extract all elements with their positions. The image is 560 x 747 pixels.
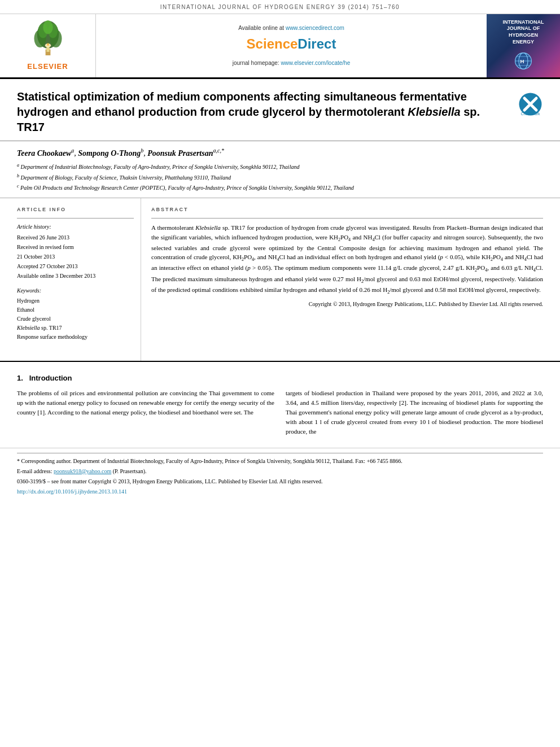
svg-point-6: [43, 20, 53, 34]
doi-link[interactable]: http://dx.doi.org/10.1016/j.ijhydene.201…: [17, 488, 127, 495]
footer-divider: [17, 453, 543, 453]
two-column-section: ARTICLE INFO Article history: Received 2…: [0, 198, 560, 362]
author-1: Teera Chookaew: [17, 149, 71, 158]
intro-left-col: The problems of oil prices and environme…: [17, 388, 274, 436]
sciencedirect-center: Available online at www.sciencedirect.co…: [96, 14, 487, 77]
article-title-section: Statistical optimization of medium compo…: [0, 79, 560, 141]
affiliation-a: a Department of Industrial Biotechnology…: [17, 162, 543, 171]
hydrogen-cover-title: International Journal ofHYDROGENENERGY: [491, 19, 555, 46]
introduction-section: 1. Introduction The problems of oil pric…: [0, 362, 560, 436]
affiliation-b: b Department of Biology, Faculty of Scie…: [17, 173, 543, 182]
article-info-label: ARTICLE INFO: [17, 206, 134, 213]
species-italic: Klebsiella: [408, 106, 460, 118]
elsevier-logo-icon: [28, 20, 68, 59]
history-accepted: Accepted 27 October 2013: [17, 263, 134, 270]
keywords-label: Keywords:: [17, 287, 134, 295]
authors-line: Teera Chookaewa, Sompong O-Thongb, Poons…: [17, 147, 543, 159]
journal-homepage: journal homepage: www.elsevier.com/locat…: [233, 59, 350, 67]
abstract-label: ABSTRACT: [151, 206, 543, 213]
hydrogen-globe-icon: H: [512, 50, 535, 72]
abstract-column: ABSTRACT A thermotolerant Klebsiella sp.…: [141, 198, 543, 361]
sciencedirect-sci: Science: [247, 36, 298, 51]
intro-right-col: targets of biodiesel production in Thail…: [286, 388, 543, 436]
history-online: Available online 3 December 2013: [17, 272, 134, 280]
doi-note: http://dx.doi.org/10.1016/j.ijhydene.201…: [17, 487, 543, 496]
authors-section: Teera Chookaewa, Sompong O-Thongb, Poons…: [0, 141, 560, 198]
hydrogen-cover: International Journal ofHYDROGENENERGY H: [487, 14, 560, 77]
article-info-column: ARTICLE INFO Article history: Received 2…: [17, 198, 141, 361]
section-title: 1. Introduction: [17, 373, 543, 383]
history-revised-date: 21 October 2013: [17, 253, 134, 261]
abstract-text: A thermotolerant Klebsiella sp. TR17 for…: [151, 223, 543, 296]
history-label: Article history:: [17, 223, 134, 231]
keyword-1: Hydrogen: [17, 297, 134, 305]
crossmark-badge[interactable]: CrossMark: [518, 91, 543, 117]
affiliations: a Department of Industrial Biotechnology…: [17, 162, 543, 192]
available-online: Available online at www.sciencedirect.co…: [238, 24, 344, 32]
keyword-2: Ethanol: [17, 306, 134, 314]
keyword-5: Response surface methodology: [17, 333, 134, 341]
footer-section: * Corresponding author. Department of In…: [0, 448, 560, 502]
journal-header-bar: INTERNATIONAL JOURNAL OF HYDROGEN ENERGY…: [0, 0, 560, 14]
journal-header-text: INTERNATIONAL JOURNAL OF HYDROGEN ENERGY…: [160, 4, 400, 10]
sciencedirect-dir: Direct: [298, 36, 336, 51]
svg-text:CrossMark: CrossMark: [521, 112, 540, 116]
history-received: Received 26 June 2013: [17, 234, 134, 242]
abstract-divider: [151, 218, 543, 219]
available-url-link[interactable]: www.sciencedirect.com: [286, 25, 344, 31]
email-note: E-mail address: poonsuk918@yahoo.com (P.…: [17, 467, 543, 475]
page-wrapper: INTERNATIONAL JOURNAL OF HYDROGEN ENERGY…: [0, 0, 560, 502]
svg-text:H: H: [520, 58, 524, 64]
svg-rect-7: [46, 47, 49, 52]
journal-homepage-link[interactable]: www.elsevier.com/locate/he: [281, 60, 350, 66]
author-3: Poonsuk Prasertsan: [147, 149, 213, 158]
article-main-title: Statistical optimization of medium compo…: [17, 89, 518, 135]
elsevier-wordmark: ELSEVIER: [27, 62, 68, 72]
corresponding-author-note: * Corresponding author. Department of In…: [17, 457, 543, 465]
history-revised: Received in revised form: [17, 243, 134, 251]
introduction-two-col: The problems of oil prices and environme…: [17, 388, 543, 436]
elsevier-logo-box: ELSEVIER: [0, 14, 96, 77]
crossmark-icon: CrossMark: [518, 91, 543, 117]
top-header: ELSEVIER Available online at www.science…: [0, 14, 560, 79]
copyright-text: Copyright © 2013, Hydrogen Energy Public…: [151, 300, 543, 308]
email-link[interactable]: poonsuk918@yahoo.com: [54, 468, 111, 474]
keyword-4: Klebsiella sp. TR17: [17, 324, 134, 332]
keyword-3: Crude glycerol: [17, 315, 134, 323]
issn-note: 0360-3199/$ – see front matter Copyright…: [17, 477, 543, 486]
sciencedirect-logo: ScienceDirect: [247, 34, 336, 54]
divider: [17, 218, 134, 219]
affiliation-c: c Palm Oil Products and Technology Resea…: [17, 183, 543, 192]
author-2: Sompong O-Thong: [78, 149, 141, 158]
